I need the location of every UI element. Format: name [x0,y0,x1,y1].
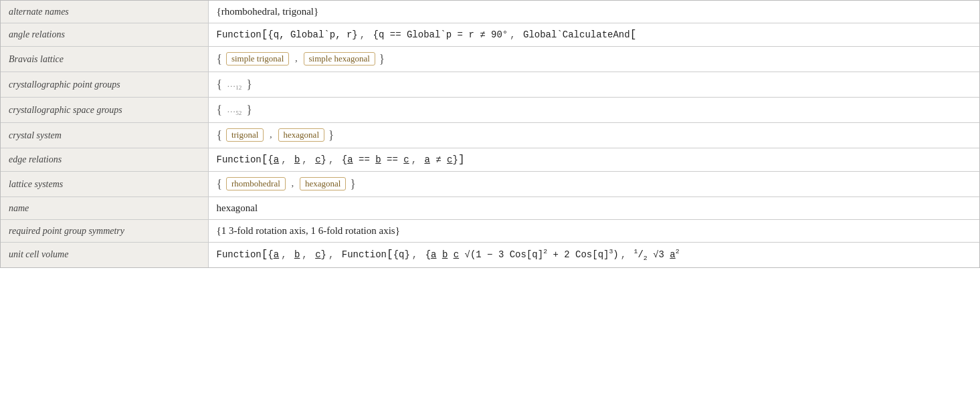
table-row: lattice systems { rhombohedral , hexagon… [1,172,979,197]
tag-hexagonal-lattice[interactable]: hexagonal [300,177,346,190]
value-required-point-group-symmetry: {1 3-fold rotation axis, 1 6-fold rotati… [208,220,979,243]
comma: , [295,53,298,63]
main-table: alternate names {rhombohedral, trigonal}… [0,0,980,268]
tag-rhombohedral[interactable]: rhombohedral [226,177,286,190]
close-brace: } [246,78,252,91]
value-unit-cell-volume: Function[{a, b, c}, Function[{q}, {a b c… [208,243,979,267]
value-alternate-names: {rhombohedral, trigonal} [208,1,979,23]
close-brace: } [246,103,252,116]
table-row: alternate names {rhombohedral, trigonal} [1,1,979,23]
value-edge-relations: Function[{a, b, c}, {a == b == c, a ≠ c}… [208,148,979,172]
table-row: crystallographic point groups { …12 } [1,72,979,98]
table-row: crystal system { trigonal , hexagonal } [1,123,979,148]
label-crystallographic-space-groups: crystallographic space groups [1,98,208,123]
value-lattice-systems: { rhombohedral , hexagonal } [208,172,979,197]
alternate-names-value: {rhombohedral, trigonal} [217,6,319,17]
close-brace: } [379,52,385,65]
unit-cell-volume-value: Function[{a, b, c}, Function[{q}, {a b c… [217,249,680,260]
tag-trigonal[interactable]: trigonal [226,128,264,142]
tag-simple-hexagonal[interactable]: simple hexagonal [304,52,375,65]
value-crystallographic-point-groups: { …12 } [208,72,979,98]
label-name: name [1,197,208,220]
table-row: required point group symmetry {1 3-fold … [1,220,979,243]
label-lattice-systems: lattice systems [1,172,208,197]
tag-simple-trigonal[interactable]: simple trigonal [226,52,289,65]
close-brace: } [328,128,334,142]
open-brace: { [217,52,223,65]
name-value: hexagonal [217,203,258,213]
value-bravais-lattice: { simple trigonal , simple hexagonal } [208,47,979,72]
table-row: crystallographic space groups { …52 } [1,98,979,123]
tag-hexagonal[interactable]: hexagonal [278,128,324,142]
comma: , [270,129,272,140]
label-crystallographic-point-groups: crystallographic point groups [1,72,208,98]
value-name: hexagonal [208,197,979,220]
table-row: unit cell volume Function[{a, b, c}, Fun… [1,243,979,267]
angle-relations-value: Function[{q, Global`p, r}, {q == Global`… [217,29,637,40]
label-required-point-group-symmetry: required point group symmetry [1,220,208,243]
table-row: name hexagonal [1,197,979,220]
label-angle-relations: angle relations [1,23,208,47]
label-unit-cell-volume: unit cell volume [1,243,208,267]
required-point-group-symmetry-value: {1 3-fold rotation axis, 1 6-fold rotati… [217,225,400,236]
open-brace: { [217,78,223,91]
table-row: edge relations Function[{a, b, c}, {a ==… [1,148,979,172]
close-brace: } [350,177,356,190]
label-edge-relations: edge relations [1,148,208,172]
label-alternate-names: alternate names [1,1,208,23]
edge-relations-value: Function[{a, b, c}, {a == b == c, a ≠ c}… [217,154,465,165]
value-angle-relations: Function[{q, Global`p, r}, {q == Global`… [208,23,979,47]
label-crystal-system: crystal system [1,123,208,148]
value-crystal-system: { trigonal , hexagonal } [208,123,979,148]
open-brace: { [217,128,223,142]
open-brace: { [217,177,223,190]
table-row: angle relations Function[{q, Global`p, r… [1,23,979,47]
comma: , [292,178,294,188]
value-crystallographic-space-groups: { …52 } [208,98,979,123]
open-brace: { [217,103,223,116]
ellipsis-value: …12 [225,79,244,89]
label-bravais-lattice: Bravais lattice [1,47,208,72]
table-row: Bravais lattice { simple trigonal , simp… [1,47,979,72]
ellipsis-value: …52 [225,104,244,114]
